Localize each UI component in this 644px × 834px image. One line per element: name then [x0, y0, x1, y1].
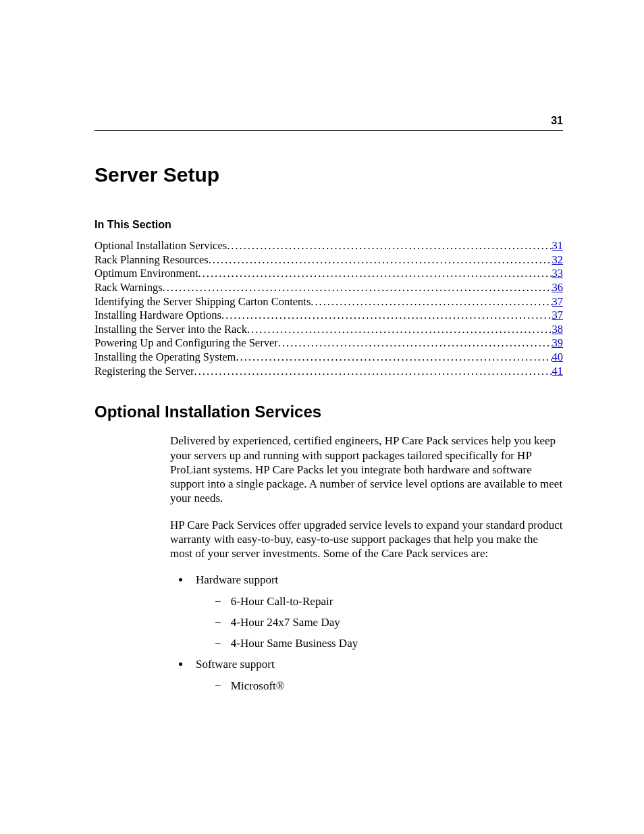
- toc-label: Rack Planning Resources: [95, 253, 209, 267]
- toc-page-link[interactable]: 41: [552, 365, 564, 379]
- list-item-text: Microsoft®: [231, 679, 285, 692]
- toc-row: Identifying the Server Shipping Carton C…: [95, 295, 563, 309]
- dash-list: Microsoft®: [196, 679, 563, 693]
- toc-page-link[interactable]: 40: [552, 350, 564, 365]
- toc-dots: [198, 267, 552, 281]
- toc-dots: [247, 323, 552, 337]
- list-item-text: Hardware support: [196, 573, 278, 586]
- toc-dots: [194, 365, 552, 379]
- bullet-list: Hardware support 6-Hour Call-to-Repair 4…: [170, 573, 563, 693]
- toc-dots: [236, 350, 552, 365]
- toc-page-link[interactable]: 32: [552, 253, 564, 267]
- toc-label: Optimum Environment: [95, 267, 198, 281]
- list-item: Hardware support 6-Hour Call-to-Repair 4…: [190, 573, 563, 650]
- dash-list: 6-Hour Call-to-Repair 4-Hour 24x7 Same D…: [196, 594, 563, 651]
- list-item-text: 6-Hour Call-to-Repair: [231, 595, 333, 608]
- toc-label: Installing the Server into the Rack: [95, 323, 247, 337]
- page-number: 31: [551, 115, 563, 127]
- toc-label: Optional Installation Services: [95, 239, 227, 253]
- in-this-section-label: In This Section: [95, 219, 563, 231]
- list-item: 4-Hour 24x7 Same Day: [215, 615, 563, 629]
- toc-label: Rack Warnings: [95, 281, 163, 295]
- toc-page-link[interactable]: 33: [552, 267, 564, 281]
- toc-page-link[interactable]: 31: [552, 239, 564, 253]
- document-page: 31 Server Setup In This Section Optional…: [0, 0, 644, 834]
- toc-row: Powering Up and Configuring the Server 3…: [95, 336, 563, 350]
- toc-page-link[interactable]: 38: [552, 323, 564, 337]
- toc-row: Registering the Server 41: [95, 365, 563, 379]
- toc-dots: [227, 239, 552, 253]
- header-rule: [95, 130, 563, 131]
- list-item-text: 4-Hour Same Business Day: [231, 637, 358, 650]
- toc-row: Installing the Server into the Rack 38: [95, 323, 563, 337]
- list-item-text: Software support: [196, 658, 275, 671]
- toc-dots: [278, 336, 552, 350]
- toc-page-link[interactable]: 37: [552, 309, 564, 323]
- toc-dots: [221, 309, 552, 323]
- toc-label: Installing the Operating System: [95, 350, 236, 365]
- body-paragraph: Delivered by experienced, certified engi…: [170, 434, 563, 505]
- list-item: Software support Microsoft®: [190, 657, 563, 693]
- toc-row: Installing the Operating System 40: [95, 350, 563, 365]
- toc-row: Rack Planning Resources 32: [95, 253, 563, 267]
- list-item: 4-Hour Same Business Day: [215, 636, 563, 650]
- list-item: Microsoft®: [215, 679, 563, 693]
- body-paragraph: HP Care Pack Services offer upgraded ser…: [170, 518, 563, 561]
- toc-label: Installing Hardware Options: [95, 309, 221, 323]
- list-item-text: 4-Hour 24x7 Same Day: [231, 616, 340, 629]
- toc-page-link[interactable]: 37: [552, 295, 564, 309]
- toc-row: Optimum Environment 33: [95, 267, 563, 281]
- toc-label: Identifying the Server Shipping Carton C…: [95, 295, 311, 309]
- toc-row: Rack Warnings 36: [95, 281, 563, 295]
- toc-label: Registering the Server: [95, 365, 194, 379]
- toc-row: Optional Installation Services 31: [95, 239, 563, 253]
- toc-label: Powering Up and Configuring the Server: [95, 336, 278, 350]
- table-of-contents: Optional Installation Services 31 Rack P…: [95, 239, 563, 378]
- toc-page-link[interactable]: 39: [552, 336, 564, 350]
- toc-page-link[interactable]: 36: [552, 281, 564, 295]
- toc-row: Installing Hardware Options 37: [95, 309, 563, 323]
- toc-dots: [209, 253, 552, 267]
- chapter-title: Server Setup: [95, 163, 563, 186]
- toc-dots: [163, 281, 552, 295]
- list-item: 6-Hour Call-to-Repair: [215, 594, 563, 608]
- toc-dots: [311, 295, 552, 309]
- section-title: Optional Installation Services: [95, 402, 563, 421]
- body-column: Delivered by experienced, certified engi…: [170, 434, 563, 693]
